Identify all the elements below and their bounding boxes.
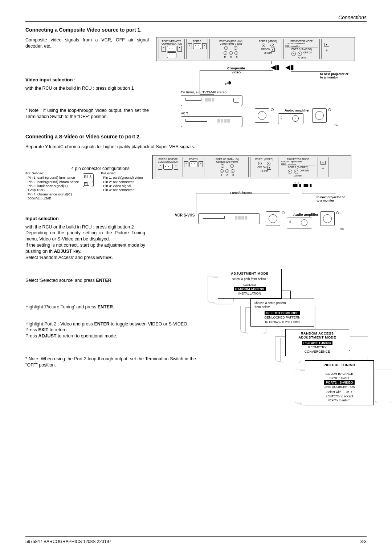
audio-amp-label: Audio amplifier [285, 108, 310, 112]
osd-adjustment-mode: ADJUSTMENT MODE Select a path from below… [218, 269, 282, 299]
speaker-left-2 [266, 211, 280, 226]
to-next-projector-label: to next projector or to a monitor [320, 73, 348, 80]
footer-left: 5975847 BARCOGRAPHICS 1208S 220197 [25, 539, 111, 544]
speaker-left [255, 108, 269, 123]
osd-cascade: ADJUSTMENT MODE Select a path from below… [247, 269, 392, 425]
minidin4-icon: 3 1 4 2 [83, 173, 94, 187]
vcr-svhs-label: VCR S-VHS [175, 213, 195, 217]
section1-title: Connecting a Composite Video source to p… [25, 27, 367, 33]
osd-random-access: RANDOM ACCESS ADJUSTMENT MODE PICTURE TU… [285, 329, 349, 356]
page-header-category: Connections [25, 15, 367, 21]
section1-note: * Note : if using the loop-through Video… [25, 108, 149, 120]
panel-port1: PORT 1 (VIDEO) — OFF ON ▮ 75 ohm [254, 39, 282, 59]
osd-choose-pattern: Choose a setup pattern from below : SELE… [250, 299, 314, 327]
svideo-pins: For S-video: Pin 1: earth(ground) lumina… [25, 171, 80, 200]
composite-video-label: Composite video [227, 66, 245, 74]
speaker-right [312, 108, 327, 123]
projector-back-panel-2: PORT 6 REMOTE COMMUNICATION●● PORT 3●● P… [152, 155, 351, 179]
diagram-composite: PORT 6 REMOTE COMMUNICATION ●● PORT 3 ●●… [156, 37, 359, 128]
fig-num-1: 556 [334, 124, 338, 126]
section2-title: Connecting a S-Video or Video source to … [25, 134, 367, 139]
top-rule [25, 21, 367, 22]
panel-power: ● ⏚ [321, 39, 332, 59]
section2-intro: Separate Y-luma/C-chroma signals for hig… [25, 144, 367, 150]
vcr-device: ▒▒▒▒ [181, 116, 242, 127]
input-selection-heading: Input selection [25, 216, 145, 221]
panel-port3: PORT 3 ●● [186, 39, 208, 59]
tv-tuner-device: ▒▒▒ [181, 95, 242, 106]
panel-port45: PORT 4/5 (RGB - HV) Comp/H sync V sync R… [209, 39, 252, 59]
rca-plug-icon: ═◗ [224, 79, 232, 86]
section1-intro: Composite video signals from a VCR, OFF … [25, 37, 149, 49]
footer-rule [25, 536, 367, 537]
panel-port6: PORT 6 REMOTE COMMUNICATION ●● [159, 39, 185, 59]
section2-note: * Note: When using the Port 2 loop-throu… [25, 356, 196, 368]
speaker-right-2 [320, 211, 335, 226]
vcr-svhs-device: ▒▒▒▒ [198, 213, 260, 224]
tv-tuner-label: TV tuner, e.g. TVDM40 stereo [181, 90, 226, 94]
step-selected-source: Select 'Selected source' and press ENTER… [25, 278, 196, 284]
to-next-projector-label-2: to next projector or to a monitor [317, 196, 345, 203]
footer-page-number: 3-3 [360, 539, 367, 544]
audio-amp-label-2: Audio amplifier [293, 212, 318, 216]
plug-icon-2: ◀▮ [285, 63, 294, 71]
video-input-selection-heading: Video input selection : [25, 77, 149, 82]
panel-projector-mode: PROJECTOR MODE GREEN : operational RED :… [283, 39, 320, 59]
plug-icon-1: ◀▮ [271, 63, 279, 71]
step-picture-tuning: Highlight 'Picture Tuning' and press ENT… [25, 304, 196, 310]
projector-back-panel: PORT 6 REMOTE COMMUNICATION ●● PORT 3 ●●… [156, 37, 355, 61]
pin-config-title: 4 pin connector configurations: [25, 166, 145, 171]
luma-chroma-label: Luma/Chroma [230, 191, 252, 195]
fig-num-2: 559 [340, 228, 344, 230]
input-selection-text: with the RCU or the build in RCU : press… [25, 224, 145, 261]
vcr-label: VCR [181, 111, 188, 115]
osd-picture-tuning: PICTURE TUNING COLOR BALANCE SYNC : FAST… [305, 360, 374, 405]
video-input-selection-text: with the RCU or the build in RCU : press… [25, 85, 149, 92]
step-port2-toggle: Highlight Port 2 : Video and press ENTER… [25, 321, 196, 340]
diagram-svideo: PORT 6 REMOTE COMMUNICATION●● PORT 3●● P… [152, 155, 356, 231]
video-pins: For video: Pin 1: earth(ground) video Pi… [101, 171, 145, 192]
